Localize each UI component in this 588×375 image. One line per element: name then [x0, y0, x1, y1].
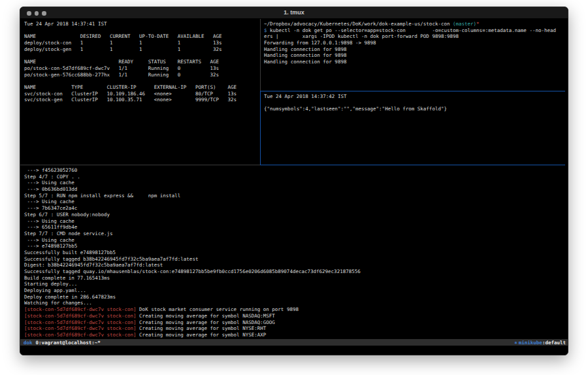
cwd-path: ~/Dropbox/advocacy/Kubernetes/DoK/work/d… [264, 21, 453, 27]
terminal-line: ---> e74898127bb5 [24, 243, 566, 250]
kubernetes-helm-icon: ⎈ [514, 340, 517, 346]
terminal-line: svc/stock-gen ClusterIP 10.100.35.71 <no… [24, 97, 259, 103]
terminal-line: po/stock-con-5d7df689cf-dwc7v 1/1 Runnin… [24, 65, 259, 72]
pane-kubectl-watch[interactable]: Tue 24 Apr 2018 14:37:41 IST NAME DESIRE… [24, 21, 259, 164]
terminal-line: Handling connection for 9898 [264, 52, 566, 59]
terminal-line: Handling connection for 9898 [264, 59, 566, 65]
pane-skaffold-build-log[interactable]: ---> f45623052760 Step 4/7 : COPY . . --… [24, 167, 566, 339]
terminal-line [264, 100, 566, 106]
terminal-line: Digest: b38b42246945fd7f32c5ba9aea7af7fd… [24, 262, 566, 269]
terminal-line: po/stock-gen-576cc688bb-277hx 1/1 Runnin… [24, 72, 259, 78]
terminal-line: ---> 65611ff9db4e [24, 224, 566, 231]
pod-log-prefix: [stock-con-5d7df689cf-dwc7v stock-con] [24, 325, 137, 331]
git-path-line: ~/Dropbox/advocacy/Kubernetes/DoK/work/d… [264, 21, 566, 27]
terminal-line: NAME READY STATUS RESTARTS AGE [24, 59, 259, 65]
terminal-line: ---> f45623052760 [24, 167, 566, 174]
terminal-line: Deploying app.yaml... [24, 287, 566, 294]
terminal-line [24, 52, 259, 59]
terminal-line: Forwarding from 127.0.0.1:9898 -> 9898 [264, 40, 566, 46]
terminal-line: NAME DESIRED CURRENT UP-TO-DATE AVAILABL… [24, 33, 259, 40]
terminal-line: Step 4/7 : COPY . . [24, 174, 566, 180]
pane-divider-vertical[interactable] [260, 19, 261, 91]
pod-log-line: [stock-con-5d7df689cf-dwc7v stock-con] C… [24, 319, 566, 326]
tmux-status-bar: dok 0:vagrant@localhost:~* ⎈ minikube :d… [20, 339, 568, 346]
pane-curl-output[interactable]: Tue 24 Apr 2018 14:37:42 IST {"numsymbol… [264, 93, 566, 164]
pod-log-message: Creating moving average for symbol NASDA… [137, 319, 275, 325]
pod-log-prefix: [stock-con-5d7df689cf-dwc7v stock-con] [24, 332, 137, 338]
terminal-line: Deploy complete in 286.647823ms [24, 294, 566, 301]
pane-port-forward[interactable]: ~/Dropbox/advocacy/Kubernetes/DoK/work/d… [264, 21, 566, 90]
tmux-session-name[interactable]: dok [24, 340, 33, 346]
terminal-line: {"numsymbols":4,"lastseen":"","message":… [264, 106, 566, 112]
terminal-line: Watching for changes... [24, 300, 566, 306]
pod-log-message: Creating moving average for symbol NYSE:… [137, 325, 267, 331]
window-title: 1. tmux [20, 9, 568, 16]
terminal-line: Step 5/7 : RUN npm install express && np… [24, 193, 566, 199]
terminal-line [24, 78, 259, 84]
pane-divider-horizontal-active[interactable] [261, 91, 565, 91]
terminal-line: ---> Using cache [24, 218, 566, 225]
pod-log-output: [stock-con-5d7df689cf-dwc7v stock-con] D… [24, 306, 566, 338]
git-branch: (master) [453, 21, 476, 27]
kube-context-name: minikube [519, 340, 542, 346]
pod-log-message: Creating moving average for symbol NYSE:… [137, 332, 267, 338]
terminal-window: 1. tmux Tue 24 Apr 2018 14:37:41 IST NAM… [20, 7, 568, 355]
terminal-line: deploy/stock-con 1 1 1 1 13s [24, 40, 259, 46]
pod-log-line: [stock-con-5d7df689cf-dwc7v stock-con] C… [24, 313, 566, 319]
terminal-line: ---> 0b636bd013dd [24, 186, 566, 193]
git-dirty-flag: * [476, 21, 480, 27]
pane-divider-vertical-active[interactable] [260, 91, 261, 165]
kube-namespace: :default [542, 340, 566, 346]
tmux-status-left: dok 0:vagrant@localhost:~* [24, 340, 101, 346]
pod-log-prefix: [stock-con-5d7df689cf-dwc7v stock-con] [24, 319, 137, 325]
terminal-line: Starting deploy... [24, 281, 566, 287]
terminal-line [24, 27, 259, 34]
terminal-line: deploy/stock-gen 1 1 1 1 32s [24, 46, 259, 53]
pod-log-prefix: [stock-con-5d7df689cf-dwc7v stock-con] [24, 306, 137, 312]
terminal-line: ---> Using cache [24, 199, 566, 205]
pane-divider-horizontal-active[interactable] [261, 165, 565, 165]
tmux-terminal: Tue 24 Apr 2018 14:37:41 IST NAME DESIRE… [20, 19, 568, 355]
terminal-line: Tue 24 Apr 2018 14:37:42 IST [264, 93, 566, 100]
tmux-window-label[interactable]: 0:vagrant@localhost:~* [36, 340, 101, 346]
terminal-line: ers | xargs -IPOD kubectl -n dok port-fo… [264, 33, 566, 40]
shell-command: kubectl -n dok get po --selector=app=sto… [267, 27, 557, 33]
shell-command-line: $ kubectl -n dok get po --selector=app=s… [264, 27, 566, 34]
pod-log-line: [stock-con-5d7df689cf-dwc7v stock-con] D… [24, 306, 566, 313]
pod-log-prefix: [stock-con-5d7df689cf-dwc7v stock-con] [24, 313, 137, 319]
pod-log-line: [stock-con-5d7df689cf-dwc7v stock-con] C… [24, 332, 566, 338]
build-output: ---> f45623052760 Step 4/7 : COPY . . --… [24, 167, 566, 306]
terminal-line: Successfully built e74898127bb5 [24, 250, 566, 256]
terminal-line: ---> 7b6347ce2a4c [24, 205, 566, 212]
terminal-line: Handling connection for 9898 [264, 46, 566, 53]
pod-log-message: Creating moving average for symbol NASDA… [137, 313, 275, 319]
terminal-line: NAME TYPE CLUSTER-IP EXTERNAL-IP PORT(S)… [24, 84, 259, 91]
terminal-line: ---> Using cache [24, 180, 566, 186]
terminal-line: Step 6/7 : USER nobody:nobody [24, 212, 566, 218]
pod-log-message: DoK stock market consumer service runnin… [137, 306, 299, 312]
terminal-line: Build complete in 77.165413ms [24, 275, 566, 282]
pane-divider-horizontal[interactable] [20, 165, 260, 165]
terminal-line: Tue 24 Apr 2018 14:37:41 IST [24, 21, 259, 27]
terminal-line: Successfully tagged b38b42246945fd7f32c5… [24, 256, 566, 263]
window-titlebar[interactable]: 1. tmux [20, 7, 568, 19]
port-forward-output: ers | xargs -IPOD kubectl -n dok port-fo… [264, 33, 566, 65]
pod-log-line: [stock-con-5d7df689cf-dwc7v stock-con] C… [24, 325, 566, 332]
terminal-line: Successfully tagged quay.io/mhausenblas/… [24, 269, 566, 275]
terminal-line: svc/stock-con ClusterIP 10.109.186.46 <n… [24, 91, 259, 97]
terminal-line: ---> Using cache [24, 237, 566, 244]
terminal-line: Step 7/7 : CMD node service.js [24, 231, 566, 237]
kube-context-indicator: ⎈ minikube :default [514, 340, 566, 346]
